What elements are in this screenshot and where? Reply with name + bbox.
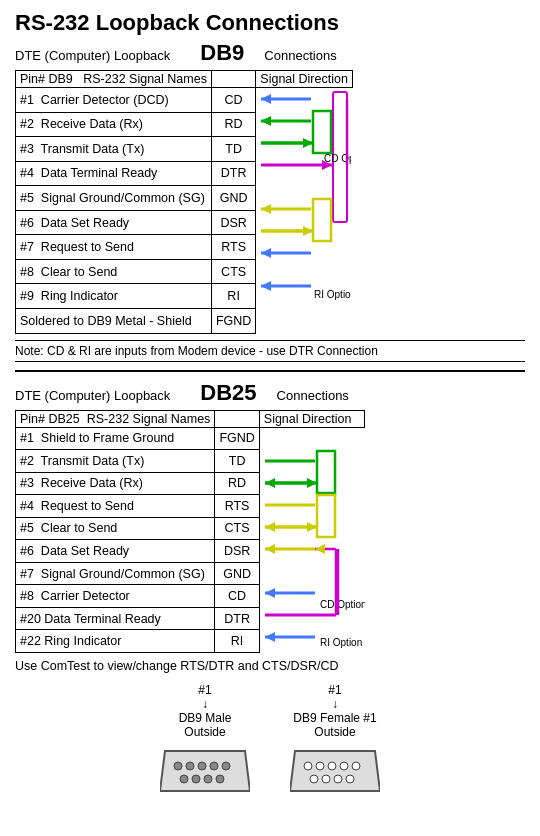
db25-row6-name: #6 Data Set Ready — [16, 540, 215, 563]
db9-female-svg — [290, 741, 380, 801]
svg-marker-1 — [261, 94, 271, 104]
svg-marker-41 — [265, 588, 275, 598]
db25-loopback-label: DTE (Computer) Loopback — [15, 388, 170, 403]
svg-point-58 — [192, 775, 200, 783]
svg-point-66 — [310, 775, 318, 783]
db9-row4-abbr: DTR — [211, 161, 255, 186]
db9-row7-name: #7 Request to Send — [16, 235, 212, 260]
db25-row3-name: #3 Receive Data (Rx) — [16, 472, 215, 495]
db25-table-area: Pin# DB25 RS-232 Signal Names Signal Dir… — [15, 410, 525, 654]
db25-row2-name: #2 Transmit Data (Tx) — [16, 450, 215, 473]
db9-female-pin: #1 — [328, 683, 341, 697]
db9-row5-name: #5 Signal Ground/Common (SG) — [16, 186, 212, 211]
svg-rect-33 — [317, 495, 335, 537]
db25-row5-name: #5 Clear to Send — [16, 517, 215, 540]
db25-connections-label: Connections — [277, 388, 349, 403]
db9-row2-abbr: RD — [211, 112, 255, 137]
svg-text:RI Option: RI Option — [320, 637, 362, 648]
svg-marker-37 — [265, 522, 275, 532]
db9-header-signal: Signal Direction — [256, 71, 353, 88]
svg-point-68 — [334, 775, 342, 783]
svg-point-52 — [174, 762, 182, 770]
svg-rect-27 — [317, 451, 335, 493]
db25-row1-abbr: FGND — [215, 427, 259, 450]
db25-table: Pin# DB25 RS-232 Signal Names Signal Dir… — [15, 410, 365, 654]
db25-row1-name: #1 Shield to Frame Ground — [16, 427, 215, 450]
db9-male-svg — [160, 741, 250, 801]
db9-male-name: DB9 Male — [179, 711, 232, 725]
db9-connections-label: Connections — [264, 48, 336, 63]
svg-point-56 — [222, 762, 230, 770]
db25-row4-name: #4 Request to Send — [16, 495, 215, 518]
svg-point-59 — [204, 775, 212, 783]
svg-point-53 — [186, 762, 194, 770]
db25-row6-abbr: DSR — [215, 540, 259, 563]
section-divider — [15, 370, 525, 372]
svg-point-60 — [216, 775, 224, 783]
db9-female-name: DB9 Female #1 — [293, 711, 376, 725]
db25-row10-name: #22 Ring Indicator — [16, 630, 215, 653]
svg-point-67 — [322, 775, 330, 783]
db25-row7-name: #7 Signal Ground/Common (SG) — [16, 562, 215, 585]
svg-marker-19 — [261, 248, 271, 258]
db9-row7-abbr: RTS — [211, 235, 255, 260]
db9-row9-abbr: RI — [211, 284, 255, 309]
db9-row6-name: #6 Data Set Ready — [16, 210, 212, 235]
db9-row10-abbr: FGND — [211, 308, 255, 333]
db9-male-arrow: ↓ — [202, 697, 208, 711]
svg-point-65 — [352, 762, 360, 770]
db9-signal-direction-cell: CD Option RI Option — [256, 88, 353, 334]
db9-connector-name: DB9 — [200, 40, 244, 66]
svg-marker-51 — [315, 544, 325, 554]
table-header-row: Pin# DB25 RS-232 Signal Names Signal Dir… — [16, 410, 365, 427]
db9-row8-name: #8 Clear to Send — [16, 259, 212, 284]
db9-row10-name: Soldered to DB9 Metal - Shield — [16, 308, 212, 333]
db9-header-pin: Pin# DB9 RS-232 Signal Names — [16, 71, 212, 88]
svg-point-63 — [328, 762, 336, 770]
db25-row5-abbr: CTS — [215, 517, 259, 540]
db9-row1-abbr: CD — [211, 88, 255, 113]
db9-row9-name: #9 Ring Indicator — [16, 284, 212, 309]
db9-row3-name: #3 Transmit Data (Tx) — [16, 137, 212, 162]
db9-header-abbr — [211, 71, 255, 88]
db9-row2-name: #2 Receive Data (Rx) — [16, 112, 212, 137]
table-row: #1 Shield to Frame Ground FGND — [16, 427, 365, 450]
svg-marker-13 — [261, 204, 271, 214]
svg-point-57 — [180, 775, 188, 783]
db9-row1-name: #1 Carrier Detector (DCD) — [16, 88, 212, 113]
db9-section-header: DTE (Computer) Loopback DB9 Connections — [15, 40, 525, 66]
db9-table-area: Pin# DB9 RS-232 Signal Names Signal Dire… — [15, 70, 525, 334]
db25-row9-abbr: DTR — [215, 607, 259, 630]
svg-rect-4 — [313, 111, 331, 153]
svg-point-55 — [210, 762, 218, 770]
db9-female-arrow: ↓ — [332, 697, 338, 711]
db9-male-connector: #1 ↓ DB9 Male Outside — [160, 683, 250, 801]
db25-signal-direction-cell: CD Option RI Option — [259, 427, 365, 653]
table-row: #1 Carrier Detector (DCD) CD — [16, 88, 353, 113]
db9-signal-svg: CD Option RI Option — [256, 88, 351, 333]
db25-row2-abbr: TD — [215, 450, 259, 473]
svg-text:RI Option: RI Option — [314, 289, 351, 300]
db9-female-label: #1 ↓ DB9 Female #1 Outside — [293, 683, 376, 739]
db9-table: Pin# DB9 RS-232 Signal Names Signal Dire… — [15, 70, 353, 334]
db25-row10-abbr: RI — [215, 630, 259, 653]
db9-male-outside: Outside — [184, 725, 225, 739]
svg-point-62 — [316, 762, 324, 770]
db25-connector-name: DB25 — [200, 380, 256, 406]
svg-marker-47 — [265, 632, 275, 642]
db25-row8-name: #8 Carrier Detector — [16, 585, 215, 608]
db25-row3-abbr: RD — [215, 472, 259, 495]
db9-female-outside: Outside — [314, 725, 355, 739]
table-header-row: Pin# DB9 RS-232 Signal Names Signal Dire… — [16, 71, 353, 88]
db9-row5-abbr: GND — [211, 186, 255, 211]
db9-note: Note: CD & RI are inputs from Modem devi… — [15, 340, 525, 362]
connectors-row: #1 ↓ DB9 Male Outside — [15, 683, 525, 801]
svg-marker-31 — [265, 478, 275, 488]
db25-section-header: DTE (Computer) Loopback DB25 Connections — [15, 380, 525, 406]
svg-text:CD Option: CD Option — [320, 599, 365, 610]
db25-row7-abbr: GND — [215, 562, 259, 585]
db9-loopback-label: DTE (Computer) Loopback — [15, 48, 170, 63]
db9-row3-abbr: TD — [211, 137, 255, 162]
db25-header-signal: Signal Direction — [259, 410, 365, 427]
db9-row8-abbr: CTS — [211, 259, 255, 284]
